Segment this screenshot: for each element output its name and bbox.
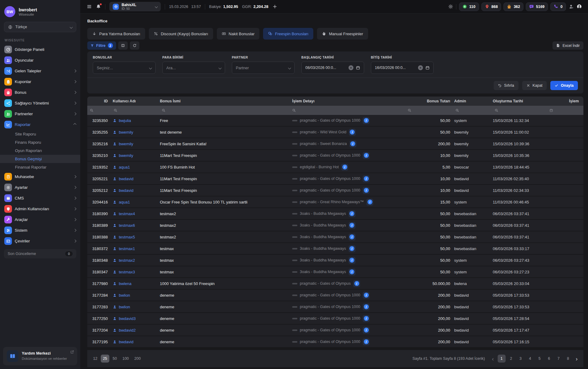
tab-manual-freespinler[interactable]: Manual Freespinler xyxy=(317,28,368,40)
page-size-100[interactable]: 100 xyxy=(120,355,131,363)
info-button[interactable]: i xyxy=(349,245,356,252)
language-selector[interactable]: Türkçe xyxy=(4,22,76,32)
page-button-5[interactable]: 5 xyxy=(536,355,544,363)
user-link[interactable]: bwlion xyxy=(110,305,160,309)
baslangic-tarihi-input[interactable]: 08/03/2026 00:0...× xyxy=(301,62,364,74)
search-islem-detayi[interactable] xyxy=(290,108,405,112)
page-button-1[interactable]: 1 xyxy=(498,355,506,363)
user-link[interactable]: bwdavid xyxy=(110,340,160,344)
user-link[interactable]: testmax5 xyxy=(110,235,160,239)
sidebar-item-sistem[interactable]: Sistem xyxy=(0,225,80,236)
sidebar-item-admin-kullanicilari[interactable]: Admin Kullanıcıları xyxy=(0,204,80,214)
partner-select[interactable]: Partner xyxy=(232,62,295,74)
info-button[interactable]: i xyxy=(349,140,356,147)
info-button[interactable]: i xyxy=(363,187,370,194)
sidebar-item-bonus-gecmisi[interactable]: Bonus Geçmişi xyxy=(0,155,80,163)
tab-freespin-bonuslari[interactable]: Freespin Bonusları xyxy=(263,28,313,40)
page-size-200[interactable]: 200 xyxy=(132,355,143,363)
excel-download-button[interactable]: Excel İndir xyxy=(552,41,583,50)
page-size-25[interactable]: 25 xyxy=(101,355,109,363)
user-link[interactable]: testmax3 xyxy=(110,270,160,274)
info-button[interactable]: i xyxy=(349,257,356,264)
user-link[interactable]: bwemily xyxy=(110,142,160,146)
user-link[interactable]: testmax6 xyxy=(110,223,160,228)
sidebar-item-ceviriler[interactable]: Çeviriler xyxy=(0,236,80,246)
search-bonus-tutari[interactable] xyxy=(405,108,450,112)
sidebar-item-kuponlar[interactable]: Kuponlar xyxy=(0,76,80,87)
info-button[interactable]: i xyxy=(349,268,356,276)
user-profile-block[interactable]: BW bwrobert Wisesuite xyxy=(0,0,80,21)
sidebar-item-bonus[interactable]: Bonus xyxy=(0,87,80,98)
search-admin[interactable] xyxy=(450,108,489,112)
info-button[interactable]: i xyxy=(349,222,356,229)
sidebar-item-raporlar[interactable]: Raporlar xyxy=(0,119,80,130)
user-link[interactable]: bwdavid xyxy=(110,177,160,181)
close-button[interactable]: Kapat xyxy=(522,81,547,90)
user-link[interactable]: aqua1 xyxy=(110,200,160,204)
page-button-6[interactable]: 6 xyxy=(545,355,553,363)
last-update-box[interactable]: Son Güncelleme 0 xyxy=(4,249,76,258)
user-link[interactable]: bwdavid2 xyxy=(110,328,160,333)
clear-icon[interactable]: × xyxy=(418,65,423,70)
refresh-button[interactable] xyxy=(130,41,139,50)
calendar-icon[interactable] xyxy=(425,66,430,70)
page-button-4[interactable]: 4 xyxy=(526,355,534,363)
columns-button[interactable] xyxy=(118,41,128,50)
search-id[interactable] xyxy=(87,108,110,112)
bitis-tarihi-input[interactable]: 16/03/2026 00:0...× xyxy=(371,62,434,74)
user-link[interactable]: bwlena xyxy=(110,281,160,286)
page-button-8[interactable]: 8 xyxy=(564,355,572,363)
info-button[interactable]: i xyxy=(363,292,370,299)
page-button-2[interactable]: 2 xyxy=(507,355,515,363)
info-button[interactable]: i xyxy=(363,327,370,334)
stat-badge-deposit[interactable]: 110 xyxy=(459,2,479,11)
sidebar-item-site-raporu[interactable]: Site Raporu xyxy=(0,130,80,138)
user-link[interactable]: bwlion xyxy=(110,293,160,298)
sidebar-item-oyun-raporlari[interactable]: Oyun Raporları xyxy=(0,146,80,155)
sidebar-item-muhasebe[interactable]: Muhasebe xyxy=(0,171,80,182)
tab-nakit-bonuslar[interactable]: Nakit Bonuslar xyxy=(217,28,260,40)
sidebar-item-cms[interactable]: CMS xyxy=(0,193,80,204)
para-birimi-select[interactable]: Ara... xyxy=(162,62,225,74)
sidebar-item-finans-raporu[interactable]: Finans Raporu xyxy=(0,138,80,146)
search-olusturma-tarihi[interactable] xyxy=(489,108,559,112)
calendar-icon[interactable] xyxy=(356,66,360,70)
user-link[interactable]: bwjulia xyxy=(110,118,160,123)
sidebar-item-finansal-raporlar[interactable]: Finansal Raporlar xyxy=(0,163,80,171)
tab-discount-kayip-bonuslari[interactable]: Discount (Kayıp) Bonusları xyxy=(149,28,213,40)
next-page-button[interactable]: › xyxy=(574,356,580,362)
info-button[interactable]: i xyxy=(363,303,370,310)
page-button-3[interactable]: 3 xyxy=(517,355,525,363)
info-button[interactable]: i xyxy=(366,199,373,206)
user-settings-icon[interactable] xyxy=(569,4,574,9)
user-link[interactable]: bwemily xyxy=(110,130,160,135)
info-button[interactable]: i xyxy=(363,315,370,322)
sidebar-item-gelen-talepler[interactable]: Gelen Talepler xyxy=(0,66,80,76)
user-link[interactable]: bwdavid xyxy=(110,188,160,193)
stat-badge-gift[interactable]: 362 xyxy=(503,2,523,11)
sidebar-item-ayarlar[interactable]: Ayarlar xyxy=(0,182,80,193)
help-center-card[interactable]: Yardım Merkezi Dokümantasyon ve rehberle… xyxy=(3,347,77,365)
page-size-50[interactable]: 50 xyxy=(111,355,119,363)
filter-button[interactable]: Filtre 2 xyxy=(87,41,116,50)
profile-avatar-icon[interactable] xyxy=(577,4,582,9)
info-button[interactable]: i xyxy=(353,280,360,287)
tab-para-yatirma-bonuslari[interactable]: Para Yatırma Bonusları xyxy=(87,28,145,40)
info-button[interactable]: i xyxy=(341,164,348,171)
sidebar-item-saglayici-yonetimi[interactable]: Sağlayıcı Yönetimi xyxy=(0,98,80,108)
clear-icon[interactable]: × xyxy=(349,65,353,70)
plus-icon[interactable] xyxy=(272,4,277,9)
info-button[interactable]: i xyxy=(349,210,356,217)
bell-icon[interactable] xyxy=(96,4,101,9)
info-button[interactable]: i xyxy=(363,117,370,124)
stat-badge-pin[interactable]: 868 xyxy=(481,2,501,11)
page-button-7[interactable]: 7 xyxy=(555,355,563,363)
prev-page-button[interactable]: ‹ xyxy=(490,356,496,362)
user-link[interactable]: testmax2 xyxy=(110,258,160,263)
info-button[interactable]: i xyxy=(363,152,370,159)
info-button[interactable]: i xyxy=(349,129,356,136)
search-kullanici-adi[interactable] xyxy=(110,108,160,112)
menu-icon[interactable] xyxy=(87,4,92,9)
info-button[interactable]: i xyxy=(363,338,370,345)
apply-button[interactable]: Onayla xyxy=(550,81,578,90)
